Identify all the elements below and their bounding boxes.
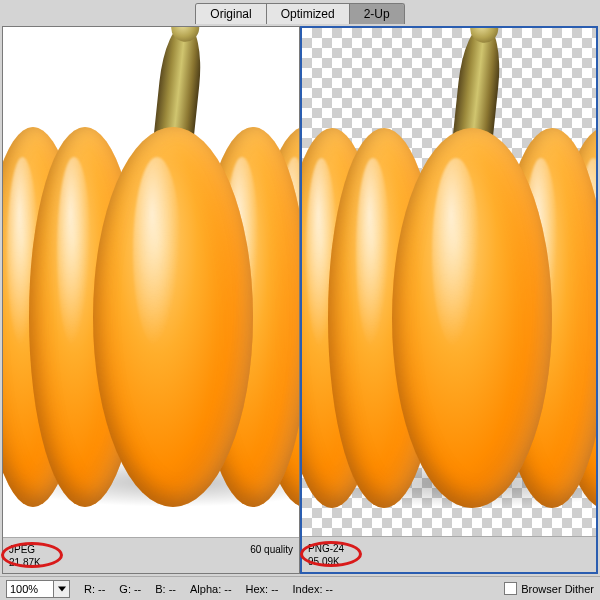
quality-label: 60 quality <box>250 543 293 556</box>
tab-optimized[interactable]: Optimized <box>267 4 350 24</box>
filesize-label: 21.87K <box>9 556 41 569</box>
checkbox-box[interactable] <box>504 582 517 595</box>
tab-original[interactable]: Original <box>196 4 266 24</box>
tab-2up[interactable]: 2-Up <box>350 4 404 24</box>
preview-canvas-original[interactable] <box>3 27 299 537</box>
preview-panel-optimized[interactable]: PNG-24 95.09K <box>300 26 598 574</box>
preview-canvas-optimized[interactable] <box>302 28 596 536</box>
zoom-selector[interactable] <box>6 580 70 598</box>
readout-r: R:-- <box>84 583 105 595</box>
format-label: JPEG <box>9 543 41 556</box>
readout-hex: Hex:-- <box>246 583 279 595</box>
readout-b: B:-- <box>155 583 176 595</box>
browser-dither-checkbox[interactable]: Browser Dither <box>504 582 594 595</box>
preview-panel-original[interactable]: JPEG 21.87K 60 quality <box>2 26 300 574</box>
format-label: PNG-24 <box>308 542 344 555</box>
view-mode-tabbar: Original Optimized 2-Up <box>0 0 600 24</box>
info-bar-original: JPEG 21.87K 60 quality <box>3 537 299 573</box>
status-bar: R:-- G:-- B:-- Alpha:-- Hex:-- Index:-- … <box>0 576 600 600</box>
chevron-down-icon <box>58 586 66 592</box>
preview-panels: JPEG 21.87K 60 quality <box>0 24 600 576</box>
readout-alpha: Alpha:-- <box>190 583 232 595</box>
zoom-dropdown-button[interactable] <box>54 580 70 598</box>
checkbox-label: Browser Dither <box>521 583 594 595</box>
info-bar-optimized: PNG-24 95.09K <box>302 536 596 572</box>
readout-index: Index:-- <box>293 583 333 595</box>
zoom-input[interactable] <box>6 580 54 598</box>
readout-g: G:-- <box>119 583 141 595</box>
filesize-label: 95.09K <box>308 555 344 568</box>
